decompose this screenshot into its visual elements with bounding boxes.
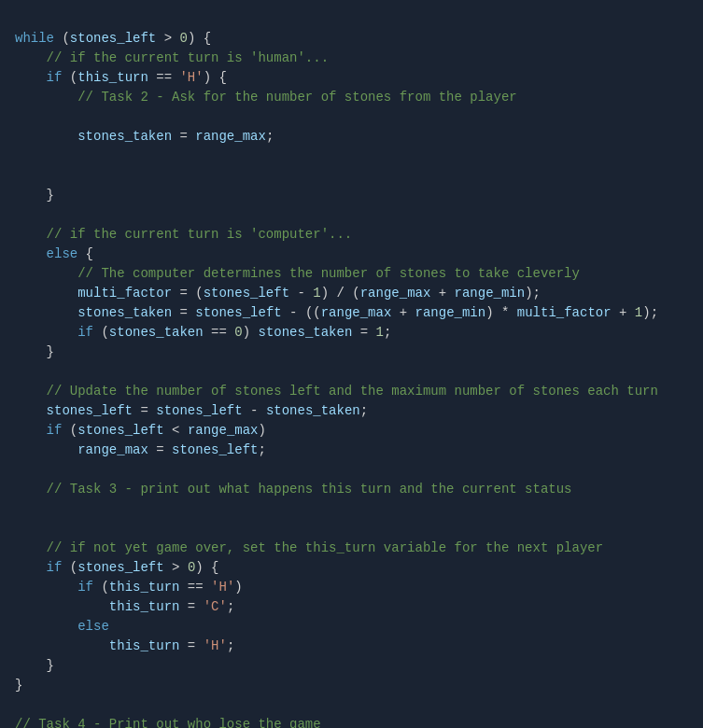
punc-10: ; [384,325,391,340]
var-stones-taken-1: stones_taken [77,129,172,144]
str-h-1: 'H' [179,70,203,85]
op-assign-4: = [352,325,375,340]
op-assign-6: = [148,442,172,457]
operator-gt: > [156,31,179,46]
var-stones-left-3: stones_left [195,305,281,320]
punc-7: ); [642,305,658,320]
brace-close-4: } [15,678,22,693]
punc-else: { [77,246,93,261]
punc-14: ; [258,442,265,457]
str-h-3: 'H' [204,638,227,653]
comment-task2: // Task 2 - Ask for the number of stones… [77,90,516,105]
comment-2: // if the current turn is 'computer'... [47,227,353,242]
comment-task4: // Task 4 - Print out who lose the game [15,717,321,728]
op-assign-3: = [172,305,195,320]
plain-text: ( [54,31,70,46]
op-plus-1: + [430,286,454,301]
punc-3: ; [266,129,274,144]
var-stones-left-update: stones_left [47,403,133,418]
op-eq-3: == [179,580,211,595]
comment-task3: // Task 3 - print out what happens this … [47,482,572,497]
op-eq-2: == [204,325,235,340]
brace-close-2: } [47,344,54,359]
punc-8: ( [93,325,109,340]
var-stones-left-8: stones_left [77,560,163,575]
punc-20: ; [227,638,234,653]
op-assign-2: = ( [172,286,204,301]
comment-1: // if the current turn is 'human'... [47,50,329,65]
keyword-if-1: if [47,70,63,85]
keyword-if-5: if [77,580,93,595]
punc-12: ( [62,423,77,438]
keyword-if-2: if [77,325,93,340]
var-stones-taken-2: stones_taken [77,305,172,320]
comment-update: // Update the number of stones left and … [47,384,658,399]
var-range-max-5: range_max [77,442,148,457]
var-stones-taken-5: stones_taken [266,403,360,418]
comment-game-over: // if not yet game over, set the this_tu… [47,540,604,555]
var-multi-factor-2: multi_factor [517,305,612,320]
num-2: 1 [635,305,642,320]
op-assign-1: = [172,129,195,144]
punc-17: ( [93,580,109,595]
var-stones-left: stones_left [70,31,156,46]
op-assign-7: = [179,599,203,614]
punc-6: ) * [485,305,517,320]
punc-4: ) / ( [321,286,360,301]
op-minus-1: - [289,286,313,301]
var-range-max-4: range_max [188,423,259,438]
str-c: 'C' [204,599,227,614]
keyword-else-2: else [77,619,109,634]
var-this-turn-1: this_turn [77,70,148,85]
keyword-if-4: if [47,560,63,575]
punc-close: ) { [188,31,211,46]
str-h-2: 'H' [211,580,234,595]
op-eq-1: == [148,70,180,85]
op-minus-3: - [243,403,266,418]
var-stones-left-7: stones_left [172,442,258,457]
punc-1: ( [62,70,77,85]
var-range-min-2: range_min [415,305,486,320]
var-this-turn-4: this_turn [109,638,180,653]
punc-19: ; [227,599,234,614]
op-assign-8: = [179,638,203,653]
op-assign-5: = [133,403,156,418]
keyword-else: else [47,246,78,261]
brace-close-1: } [47,188,54,203]
punc-16: ) { [195,560,218,575]
punc-18: ) [234,580,242,595]
punc-11: ; [360,403,368,418]
op-lt: < [164,423,188,438]
op-plus-2: + [391,305,415,320]
punc-5: ); [525,286,541,301]
var-range-max-2: range_max [360,286,431,301]
var-range-min-1: range_min [455,286,526,301]
var-this-turn-3: this_turn [109,599,180,614]
op-plus-3: + [612,305,635,320]
num-4: 1 [376,325,384,340]
var-stones-left-6: stones_left [77,423,163,438]
op-gt-2: > [164,560,188,575]
punc-2: ) { [204,70,227,85]
var-stones-taken-3: stones_taken [109,325,204,340]
punc-9: ) [243,325,259,340]
comment-clever: // The computer determines the number of… [77,266,580,281]
num-3: 0 [234,325,242,340]
punc-15: ( [62,560,77,575]
num-0: 0 [179,31,187,46]
code-editor: while (stones_left > 0) { // if the curr… [15,9,688,728]
var-stones-taken-4: stones_taken [259,325,353,340]
keyword-while: while [15,31,54,46]
num-1: 1 [313,286,320,301]
var-multi-factor: multi_factor [77,286,172,301]
brace-close-3: } [47,658,54,673]
keyword-if-3: if [47,423,63,438]
var-this-turn-2: this_turn [109,580,180,595]
var-range-max-1: range_max [195,129,266,144]
punc-13: ) [259,423,266,438]
op-minus-2: - (( [282,305,321,320]
var-stones-left-2: stones_left [204,286,289,301]
var-stones-left-5: stones_left [156,403,242,418]
var-range-max-3: range_max [321,305,392,320]
